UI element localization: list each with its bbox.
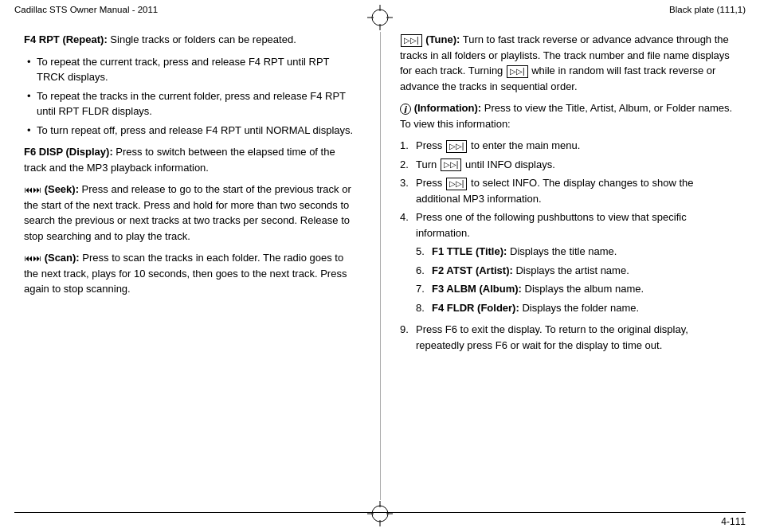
f4-fldr-title: F4 FLDR (Folder): bbox=[432, 302, 519, 314]
list-item: To repeat the tracks in the current fold… bbox=[24, 88, 360, 119]
tune-paragraph: ▷▷| (Tune): Turn to fast track reverse o… bbox=[400, 32, 736, 94]
page-footer: 4-111 bbox=[0, 512, 760, 532]
page-header: Cadillac STS Owner Manual - 2011 Black p… bbox=[0, 0, 760, 18]
step-5-text: Press F6 to exit the display. To return … bbox=[416, 323, 688, 351]
info-paragraph: i (Information): Press to view the Title… bbox=[400, 100, 736, 131]
tune-icon: ▷▷| bbox=[401, 34, 422, 47]
step-2-icon: ▷▷| bbox=[441, 158, 462, 171]
step-1-text2: to enter the main menu. bbox=[468, 139, 580, 151]
step-1-icon: ▷▷| bbox=[446, 140, 468, 153]
svg-point-5 bbox=[372, 506, 388, 522]
tune-icon-inline: ▷▷| bbox=[507, 65, 528, 78]
scan-paragraph: ⏮⏭ (Scan): Press to scan the tracks in e… bbox=[24, 250, 360, 297]
f6-disp-paragraph: F6 DISP (Display): Press to switch betwe… bbox=[24, 144, 360, 175]
f4-fldr-text: Displays the folder name. bbox=[519, 302, 639, 314]
f1-ttle-title: F1 TTLE (Title): bbox=[432, 245, 507, 257]
f4-rpt-list: To repeat the current track, press and r… bbox=[24, 54, 360, 139]
f3-albm-text: Displays the album name. bbox=[522, 283, 644, 295]
f4-rpt-text: Single tracks or folders can be repeated… bbox=[108, 33, 296, 45]
step-2-text: Turn bbox=[416, 158, 440, 170]
list-item: F1 TTLE (Title): Displays the title name… bbox=[416, 244, 736, 260]
header-right: Black plate (111,1) bbox=[669, 5, 746, 14]
footer-center-crosshair bbox=[367, 501, 393, 529]
tune-title: (Tune): bbox=[425, 33, 460, 45]
f4-rpt-title: F4 RPT (Repeat): bbox=[24, 33, 108, 45]
step-4-text: Press one of the following pushbuttons t… bbox=[416, 211, 687, 239]
info-icon: i bbox=[400, 104, 411, 115]
seek-title: (Seek): bbox=[45, 183, 79, 195]
step-2: Turn ▷▷| until INFO displays. bbox=[400, 157, 736, 173]
header-left: Cadillac STS Owner Manual - 2011 bbox=[14, 5, 158, 14]
left-column: F4 RPT (Repeat): Single tracks or folder… bbox=[24, 32, 368, 359]
scan-title: (Scan): bbox=[45, 252, 80, 264]
column-divider bbox=[380, 32, 381, 500]
step-1: Press ▷▷| to enter the main menu. bbox=[400, 138, 736, 154]
list-item: To repeat the current track, press and r… bbox=[24, 54, 360, 85]
f2-atst-title: F2 ATST (Artist): bbox=[432, 264, 513, 276]
step-3: Press ▷▷| to select INFO. The display ch… bbox=[400, 175, 736, 206]
list-item: F3 ALBM (Album): Displays the album name… bbox=[416, 281, 736, 297]
step-5: Press F6 to exit the display. To return … bbox=[400, 322, 736, 353]
step-3-text: Press bbox=[416, 177, 445, 189]
info-title: (Information): bbox=[414, 102, 481, 114]
f2-atst-text: Displays the artist name. bbox=[513, 264, 629, 276]
steps-list: Press ▷▷| to enter the main menu. Turn ▷… bbox=[400, 138, 736, 353]
step-3-icon: ▷▷| bbox=[446, 178, 468, 190]
list-item: F2 ATST (Artist): Displays the artist na… bbox=[416, 263, 736, 279]
f6-disp-title: F6 DISP (Display): bbox=[24, 146, 113, 158]
list-item: To turn repeat off, press and release F4… bbox=[24, 123, 360, 139]
f3-albm-title: F3 ALBM (Album): bbox=[432, 283, 522, 295]
scan-icon: ⏮⏭ bbox=[24, 252, 41, 265]
f4-rpt-paragraph: F4 RPT (Repeat): Single tracks or folder… bbox=[24, 32, 360, 48]
right-column: ▷▷| (Tune): Turn to fast track reverse o… bbox=[392, 32, 736, 359]
header-center-crosshair bbox=[367, 5, 393, 32]
seek-icon: ⏮⏭ bbox=[24, 183, 41, 197]
svg-point-0 bbox=[372, 10, 388, 25]
f1-ttle-text: Displays the title name. bbox=[507, 245, 617, 257]
step-2-text2: until INFO displays. bbox=[462, 158, 554, 170]
step-4: Press one of the following pushbuttons t… bbox=[400, 209, 736, 315]
page-number: 4-111 bbox=[721, 516, 746, 527]
seek-paragraph: ⏮⏭ (Seek): Press and release to go to th… bbox=[24, 182, 360, 244]
step-4-sub-list: F1 TTLE (Title): Displays the title name… bbox=[416, 244, 736, 315]
step-1-text: Press bbox=[416, 139, 445, 151]
list-item: F4 FLDR (Folder): Displays the folder na… bbox=[416, 300, 736, 316]
footer-content: 4-111 bbox=[0, 513, 760, 532]
